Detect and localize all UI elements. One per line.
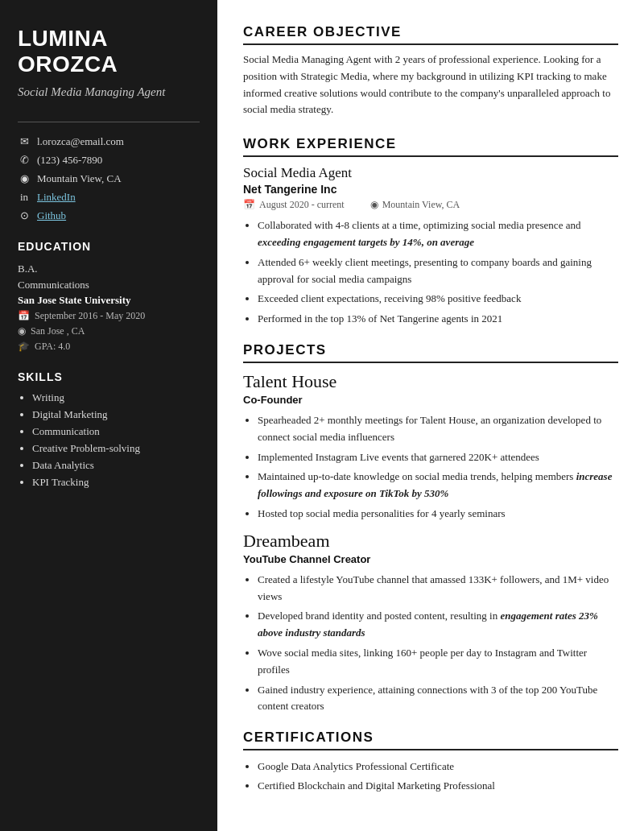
contact-phone: ✆ (123) 456-7890	[18, 154, 200, 167]
edu-location: ◉ San Jose , CA	[18, 325, 200, 337]
skill-item: Creative Problem-solving	[32, 442, 200, 455]
job-location-icon: ◉	[370, 199, 378, 211]
em-text: engagement rates 23% above industry stan…	[258, 610, 598, 639]
job-title: Social Media Agent	[243, 165, 618, 181]
edu-gpa: 🎓 GPA: 4.0	[18, 341, 200, 353]
bullet-item: Created a lifestyle YouTube channel that…	[258, 572, 618, 606]
talent-house-bullets: Spearheaded 2+ monthly meetings for Tale…	[258, 412, 618, 523]
sidebar-header: LUMINA OROZCA Social Media Managing Agen…	[18, 26, 200, 101]
em-text: increase followings and exposure on TikT…	[258, 470, 612, 499]
skill-item: KPI Tracking	[32, 476, 200, 489]
job-dates: 📅 August 2020 - current	[243, 199, 345, 211]
main-content: CAREER OBJECTIVE Social Media Managing A…	[217, 0, 644, 831]
certifications-list: Google Data Analytics Professional Certi…	[243, 757, 618, 795]
dreambeam-bullets: Created a lifestyle YouTube channel that…	[258, 572, 618, 715]
bullet-item: Collaborated with 4-8 clients at a time,…	[258, 217, 618, 251]
job-location: ◉ Mountain View, CA	[370, 199, 460, 211]
education-section-title: EDUCATION	[18, 240, 200, 253]
skills-list: Writing Digital Marketing Communication …	[18, 391, 200, 489]
skills-section-title: SKILLS	[18, 370, 200, 383]
projects-section: PROJECTS Talent House Co-Founder Spearhe…	[243, 342, 618, 715]
linkedin-link[interactable]: LinkedIn	[37, 191, 76, 204]
work-experience-section: WORK EXPERIENCE Social Media Agent Net T…	[243, 136, 618, 328]
job-meta: 📅 August 2020 - current ◉ Mountain View,…	[243, 199, 618, 211]
bullet-item: Spearheaded 2+ monthly meetings for Tale…	[258, 412, 618, 446]
bullet-item: Performed in the top 13% of Net Tangerin…	[258, 311, 618, 328]
sidebar: LUMINA OROZCA Social Media Managing Agen…	[0, 0, 217, 831]
email-icon: ✉	[18, 135, 31, 148]
resume-container: LUMINA OROZCA Social Media Managing Agen…	[0, 0, 644, 831]
edu-school: San Jose State University	[18, 294, 200, 307]
job-bullets: Collaborated with 4-8 clients at a time,…	[258, 217, 618, 328]
bullet-item: Hosted top social media personalities fo…	[258, 506, 618, 523]
bullet-item: Implemented Instagram Live events that g…	[258, 449, 618, 466]
linkedin-icon: in	[18, 191, 31, 204]
project-talent-house-role: Co-Founder	[243, 394, 618, 406]
projects-title: PROJECTS	[243, 342, 618, 363]
contact-linkedin[interactable]: in LinkedIn	[18, 191, 200, 204]
edu-dates: 📅 September 2016 - May 2020	[18, 310, 200, 322]
divider	[18, 122, 200, 122]
company-name: Net Tangerine Inc	[243, 183, 618, 196]
edu-degree: B.A. Communications	[18, 261, 200, 292]
skill-item: Digital Marketing	[32, 408, 200, 421]
bullet-item: Maintained up-to-date knowledge on socia…	[258, 469, 618, 502]
bullet-item: Gained industry experience, attaining co…	[258, 682, 618, 716]
contact-github[interactable]: ⊙ Github	[18, 209, 200, 222]
skill-item: Communication	[32, 425, 200, 438]
work-experience-title: WORK EXPERIENCE	[243, 136, 618, 157]
project-dreambeam-title: Dreambeam	[243, 531, 618, 552]
edu-location-icon: ◉	[18, 325, 26, 337]
bullet-item: Developed brand identity and posted cont…	[258, 608, 618, 642]
bullet-item: Exceeded client expectations, receiving …	[258, 291, 618, 308]
candidate-title: Social Media Managing Agent	[18, 84, 200, 101]
calendar-icon: 📅	[18, 310, 30, 322]
cert-item: Google Data Analytics Professional Certi…	[258, 757, 618, 775]
em-text: exceeding engagement targets by 14%, on …	[258, 236, 474, 248]
career-objective-title: CAREER OBJECTIVE	[243, 24, 618, 45]
project-talent-house-title: Talent House	[243, 371, 618, 392]
github-icon: ⊙	[18, 209, 31, 222]
cert-item: Certified Blockchain and Digital Marketi…	[258, 776, 618, 795]
career-objective-text: Social Media Managing Agent with 2 years…	[243, 52, 618, 118]
certifications-section: CERTIFICATIONS Google Data Analytics Pro…	[243, 730, 618, 795]
contact-email: ✉ l.orozca@email.com	[18, 135, 200, 148]
phone-icon: ✆	[18, 154, 31, 167]
contact-location: ◉ Mountain View, CA	[18, 172, 200, 185]
location-icon: ◉	[18, 172, 31, 185]
dates-icon: 📅	[243, 199, 255, 211]
contact-list: ✉ l.orozca@email.com ✆ (123) 456-7890 ◉ …	[18, 135, 200, 222]
bullet-item: Attended 6+ weekly client meetings, pres…	[258, 254, 618, 288]
gpa-icon: 🎓	[18, 341, 30, 353]
project-dreambeam-role: YouTube Channel Creator	[243, 553, 618, 565]
career-objective-section: CAREER OBJECTIVE Social Media Managing A…	[243, 24, 618, 118]
skill-item: Data Analytics	[32, 459, 200, 472]
candidate-name: LUMINA OROZCA	[18, 26, 200, 77]
certifications-title: CERTIFICATIONS	[243, 730, 618, 750]
bullet-item: Wove social media sites, linking 160+ pe…	[258, 645, 618, 679]
skill-item: Writing	[32, 391, 200, 404]
github-link[interactable]: Github	[37, 209, 66, 222]
